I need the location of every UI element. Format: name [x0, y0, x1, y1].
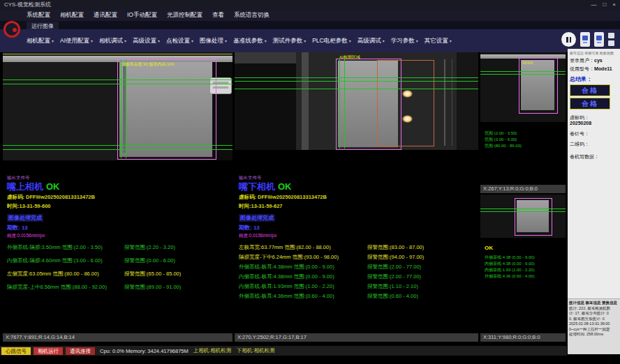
overlay-measure-label: 93/100	[522, 61, 533, 65]
barcode-text: 虚标码: DFFIiiw2025020813313472B	[239, 194, 475, 201]
total-results: 合格合格	[570, 84, 618, 109]
menu-item[interactable]: 相机配置	[60, 11, 84, 20]
measurement-row: 外侧基线-极耳:4.38mm 范围:(0.00 - 9.00) 报警范围:(2.…	[239, 264, 475, 273]
model-row: 使用型号：Mode11	[570, 66, 618, 72]
login-user-row: 登录用户：cys	[570, 58, 618, 63]
cpu-memory-readout: Cpu: 0.0% Memory: 3424.41796875M	[100, 348, 189, 354]
camera-image-lower[interactable]: AI检测区域	[235, 52, 478, 150]
toolbar-item[interactable]: 基准线参数 ▾	[233, 37, 267, 45]
time-text: 时间:13-31-59-627	[239, 203, 475, 210]
preview-view-bottom: OK 外侧基线:4.38 (0.00 - 9.00)内侧基线:4.38 (0.0…	[480, 195, 566, 342]
mini-measure-lines: 外侧基线:4.38 (0.00 - 9.00)内侧基线:4.38 (0.00 -…	[485, 255, 535, 280]
menu-item[interactable]: IO手动配置	[127, 11, 157, 20]
coords-readout-upper: X:7677,Y:891;R:14,G:14,B:14	[3, 333, 232, 342]
ok-status: OK	[46, 181, 60, 192]
coords-readout-preview-top: X:267;Y:13;R:0;G:0;B:0	[480, 185, 566, 193]
measurement-row: 隔膜宽度-下中6.24mm 范围:(93.00 - 98.00) 报警范围:(9…	[239, 254, 475, 264]
chevron-down-icon: ▾	[416, 38, 418, 43]
coords-readout-lower: X:270,Y:2502;R:17,G:17,B:17	[235, 333, 478, 342]
process-status: 图像处理完成	[239, 214, 275, 222]
ai-region-label: AI检测区域	[339, 54, 360, 61]
write-data-row: 卷机写数据：	[570, 154, 618, 160]
process-status: 图像处理完成	[7, 214, 43, 222]
chevron-down-icon: ▾	[265, 38, 267, 43]
camera-icon	[596, 36, 602, 40]
toolbar-item[interactable]: 其它设置 ▾	[425, 37, 452, 45]
pause-icon	[566, 37, 568, 43]
menu-item[interactable]: 系统语言切换	[234, 11, 270, 20]
menu-items: 系统配置相机配置通讯配置IO手动配置光源控制配置查看系统语言切换	[27, 10, 270, 21]
toolbar-item[interactable]: AI使用配置 ▾	[60, 37, 93, 45]
result-subtext: 输出文件等	[7, 175, 230, 181]
reel-row: 卷针号：	[570, 131, 618, 137]
minimize-button[interactable]: —	[591, 0, 596, 10]
mini-buttons	[608, 33, 614, 46]
measurement-row: 左侧宽度:63.05mm 范围:(80.00 - 86.00) 报警范围:(65…	[7, 271, 230, 284]
chevron-down-icon: ▾	[158, 38, 160, 43]
preview-image-top[interactable]: 93/100	[480, 52, 566, 122]
mini-line: 内侧基线:1.93 (1.00 - 2.20)	[485, 267, 535, 273]
statistics-line: 0, 极耳图分系统计: 0	[569, 317, 619, 322]
small-icon-button-1[interactable]	[608, 33, 614, 38]
toolbar-item[interactable]: 高级设置 ▾	[133, 37, 160, 45]
camera-image-upper[interactable]: Y:极耳高度:93 极耳内高:100	[3, 52, 232, 160]
toolbar-item[interactable]: 点检设置 ▾	[166, 37, 193, 45]
preview-view-top: 93/100 范围:(2.00 - 3.50)范围:(3.00 - 6.00)范…	[480, 52, 566, 193]
measurement-row: 隔膜宽度-上中6.56mm 范围:(88.00 - 92.00) 报警范围:(8…	[7, 284, 230, 297]
toolbar: 相机配置 ▾ AI使用配置 ▾ 相机调试 ▾ 高级设置 ▾	[0, 29, 620, 52]
chevron-down-icon: ▾	[304, 38, 306, 43]
model-value: Mode11	[594, 66, 612, 71]
result-block-lower: 输出文件等 嘴下相机OK 虚标码: DFFIiiw202502081331347…	[239, 175, 475, 303]
statistics-line: 统计: 222, 极耳检测机数	[569, 306, 619, 312]
measurement-row: 内侧基线-极耳:4.38mm 范围:(0.00 - 9.00) 报警范围:(2.…	[239, 273, 475, 283]
status-chip: 心跳信号	[1, 347, 31, 355]
toolbar-item[interactable]: 学习参数 ▾	[391, 37, 418, 45]
toolbar-item[interactable]: 相机配置 ▾	[27, 37, 54, 45]
pause-button[interactable]	[561, 32, 576, 47]
small-icon-button-2[interactable]	[608, 40, 614, 46]
chevron-down-icon: ▾	[225, 38, 227, 43]
toolbar-actions	[561, 32, 614, 47]
status-chips: 心跳信号相机运行通讯连接	[1, 347, 95, 355]
app-logo-icon	[3, 21, 20, 38]
weld-spot	[402, 115, 413, 123]
status-chip: 相机运行	[34, 347, 63, 355]
menu-item[interactable]: 查看	[212, 11, 224, 20]
mini-line: 范围:(80.00 - 86.00)	[485, 143, 522, 149]
preview-image-bottom[interactable]	[480, 195, 566, 238]
camera-icon	[582, 36, 588, 40]
precision-note: 精度:0.0156mm/px	[239, 233, 475, 239]
result-badge: 合格	[570, 84, 610, 96]
menu-item[interactable]: 光源控制配置	[167, 11, 202, 20]
close-button[interactable]: ×	[612, 0, 616, 10]
toolbar-item[interactable]: 相机调试 ▾	[99, 37, 126, 45]
menu-item[interactable]: 系统配置	[27, 11, 50, 20]
result-title: 嘴上相机OK	[7, 181, 230, 192]
camera-button-2[interactable]	[594, 32, 604, 47]
statistics-lines: 统计: 222, 极耳检测机数计: 17, 极耳分布统计: 00, 极耳图分系统…	[569, 306, 619, 338]
barcode-text: 虚标码: DFFIiiw2025020813313472B	[7, 194, 230, 201]
maximize-button[interactable]: □	[603, 0, 606, 10]
toolbar-item[interactable]: 测试件参数 ▾	[273, 37, 307, 45]
barcode-value: 20250208	[570, 121, 591, 126]
overlay-measure-label: Y:极耳高度:93 极耳内高:100	[121, 61, 174, 68]
measurement-row: 内侧基线-极耳:1.93mm 范围:(1.00 - 2.20) 报警范围:(1.…	[239, 283, 475, 293]
result-block-upper: 输出文件等 嘴上相机OK 虚标码: DFFIiiw202502081331347…	[7, 175, 230, 297]
toolbar-item[interactable]: 高级调试 ▾	[357, 37, 385, 45]
camera-button-1[interactable]	[580, 32, 590, 47]
camera-view-lower: AI检测区域 输出文件等 嘴下相机OK 虚标码: DFFIiiw20250208…	[235, 52, 478, 342]
time-text: 时间:13-31-59-600	[7, 203, 230, 210]
menu-bar: 系统配置相机配置通讯配置IO手动配置光源控制配置查看系统语言切换	[0, 10, 620, 21]
camera-name: 嘴下相机	[239, 181, 275, 192]
period-text: 期数: 13	[7, 224, 230, 232]
mini-line: 范围:(3.00 - 6.00)	[485, 137, 522, 143]
statistics-line: 处理时间: 258.00ms	[569, 332, 619, 338]
toolbar-item[interactable]: 图像处理 ▾	[200, 37, 227, 45]
qr-row: 二维码：	[570, 142, 618, 147]
menu-item[interactable]: 通讯配置	[94, 11, 117, 20]
chevron-down-icon: ▾	[52, 38, 54, 43]
chevron-down-icon: ▾	[191, 38, 193, 43]
statistics-line: 0~cys一种上拉杆一固定	[569, 327, 619, 333]
ok-status: OK	[485, 245, 493, 251]
toolbar-item[interactable]: PLC电柜参数 ▾	[312, 37, 351, 45]
